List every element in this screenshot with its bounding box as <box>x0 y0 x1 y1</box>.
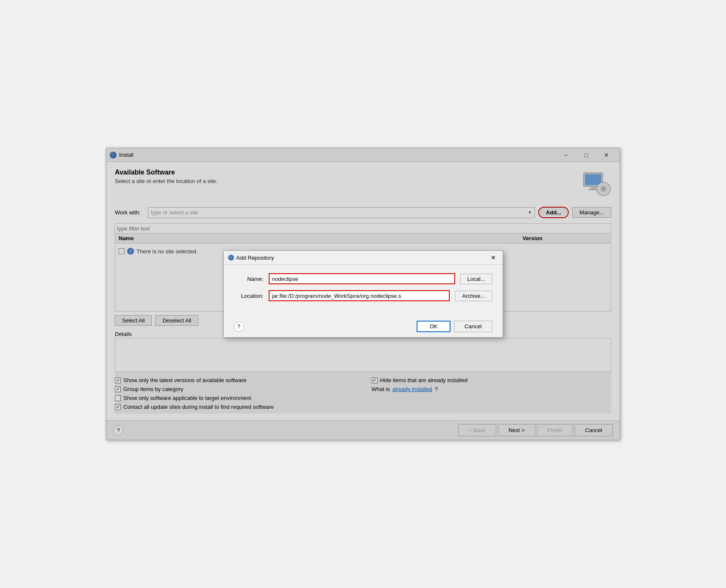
dialog-overlay: Add Repository ✕ Name: Local... Location… <box>106 148 620 440</box>
location-input[interactable] <box>269 290 450 301</box>
local-button[interactable]: Local... <box>460 274 492 284</box>
archive-button[interactable]: Archive... <box>455 291 492 301</box>
name-field-row: Name: Local... <box>234 273 492 284</box>
name-label: Name: <box>234 276 264 282</box>
dialog-title: Add Repository <box>236 255 274 261</box>
dialog-title-left: Add Repository <box>228 255 274 261</box>
dialog-footer-right: OK Cancel <box>417 321 492 332</box>
dialog-eclipse-icon <box>228 255 234 261</box>
location-field-row: Location: Archive... <box>234 290 492 301</box>
add-repository-dialog: Add Repository ✕ Name: Local... Location… <box>223 250 503 338</box>
main-window: Install − □ ✕ Available Software Select … <box>106 148 620 440</box>
dialog-footer: ? OK Cancel <box>224 316 503 337</box>
dialog-close-button[interactable]: ✕ <box>488 253 498 262</box>
dialog-ok-button[interactable]: OK <box>417 321 451 332</box>
dialog-body: Name: Local... Location: Archive... <box>224 265 503 316</box>
name-input[interactable] <box>269 273 455 284</box>
dialog-help-button[interactable]: ? <box>234 322 244 332</box>
location-label: Location: <box>234 293 264 299</box>
dialog-title-bar: Add Repository ✕ <box>224 251 503 265</box>
dialog-cancel-button[interactable]: Cancel <box>454 321 492 332</box>
